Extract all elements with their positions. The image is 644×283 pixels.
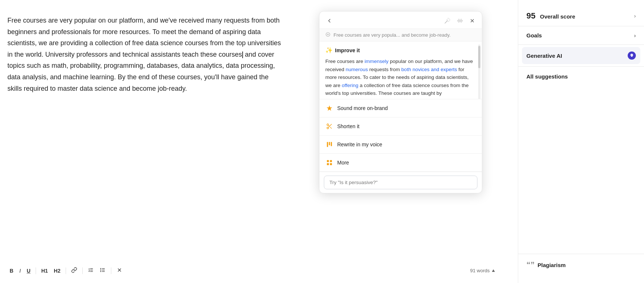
toolbar-divider-1	[36, 267, 36, 274]
bold-button[interactable]: B	[7, 266, 16, 275]
svg-rect-34	[330, 163, 332, 165]
header-icons	[443, 17, 476, 25]
svg-point-8	[101, 271, 101, 272]
toolbar-divider-4	[111, 267, 111, 274]
svg-point-23	[327, 124, 329, 126]
plagiarism-icon: “”	[526, 260, 535, 270]
svg-point-6	[101, 268, 101, 269]
grid-icon	[326, 159, 333, 166]
shorten-label: Shorten it	[337, 123, 359, 129]
unordered-list-button[interactable]	[98, 266, 108, 276]
more-icon	[325, 159, 334, 167]
selected-text-bar: Free courses are very popula... and beco…	[319, 29, 482, 41]
action-rewrite-in-my-voice[interactable]: Rewrite in my voice	[319, 136, 482, 154]
toolbar-divider-2	[66, 267, 66, 274]
italic-button[interactable]: I	[17, 266, 23, 275]
message-icon	[325, 32, 331, 37]
score-number: 95	[526, 11, 535, 21]
sparkle-action-icon	[326, 105, 333, 111]
plagiarism-label: Plagiarism	[538, 262, 566, 268]
action-shorten-it[interactable]: Shorten it	[319, 117, 482, 136]
editor-text-1: Free courses are very popular on our pla…	[7, 17, 281, 58]
improved-highlight-1: immensely	[365, 59, 389, 64]
all-suggestions-row[interactable]: All suggestions	[518, 68, 644, 85]
svg-point-7	[101, 270, 101, 270]
h1-button[interactable]: H1	[39, 266, 50, 275]
back-button[interactable]	[325, 17, 334, 25]
rewrite-label: Rewrite in my voice	[337, 142, 382, 147]
svg-marker-11	[492, 269, 495, 272]
audio-button[interactable]	[456, 17, 464, 25]
close-icon	[469, 18, 475, 24]
ai-popup: Free courses are very popula... and beco…	[319, 11, 482, 193]
plagiarism-row[interactable]: “” Plagiarism	[518, 254, 644, 276]
svg-rect-30	[331, 142, 332, 146]
underline-button[interactable]: U	[24, 266, 33, 275]
improve-it-label: Improve it	[335, 47, 360, 53]
sidebar-divider-2	[518, 44, 644, 45]
svg-rect-33	[327, 163, 329, 165]
goals-chevron: ›	[634, 33, 636, 39]
shorten-icon	[325, 122, 334, 130]
prompt-input[interactable]	[324, 176, 477, 189]
word-count-text: 91 words	[470, 268, 490, 273]
audio-icon	[457, 17, 463, 24]
svg-rect-32	[330, 160, 332, 162]
wand-button[interactable]	[443, 17, 451, 25]
overall-score-chevron: ›	[634, 13, 636, 19]
svg-line-27	[328, 125, 329, 126]
improved-highlight-4: offering	[342, 83, 358, 88]
generative-ai-row[interactable]: Generative AI	[522, 47, 640, 64]
ai-popup-header	[319, 11, 482, 29]
overall-score-row[interactable]: 95 Overall score ›	[518, 7, 644, 24]
score-display: 95 Overall score	[526, 11, 575, 21]
word-count: 91 words	[470, 268, 496, 273]
selected-text-icon	[325, 32, 331, 38]
sparkle-icon: ✨	[325, 47, 333, 54]
generative-ai-label: Generative AI	[526, 53, 562, 59]
link-button[interactable]	[69, 266, 79, 276]
improved-highlight-2: numerous	[346, 67, 368, 72]
improved-text-p3: requests from	[368, 67, 401, 72]
sidebar-divider-3	[518, 66, 644, 67]
scissors-icon	[326, 123, 333, 130]
link-icon	[71, 267, 77, 273]
toolbar-divider-3	[82, 267, 83, 274]
back-icon	[326, 17, 333, 24]
action-more[interactable]: More	[319, 154, 482, 172]
editor-area: Free courses are very popular on our pla…	[0, 0, 518, 283]
editor-content[interactable]: Free courses are very popular on our pla…	[7, 15, 282, 94]
svg-rect-28	[327, 142, 328, 147]
robot-icon	[630, 53, 634, 58]
overall-score-label: Overall score	[540, 13, 575, 20]
h2-button[interactable]: H2	[52, 266, 63, 275]
generative-ai-badge	[628, 51, 636, 60]
improved-text: Free courses are immensely popular on ou…	[325, 57, 476, 97]
svg-point-24	[327, 127, 329, 129]
unordered-list-icon	[100, 267, 106, 273]
editor-toolbar: B I U H1 H2 91 words	[7, 266, 496, 276]
clear-format-button[interactable]	[114, 266, 125, 276]
close-button[interactable]	[469, 17, 476, 24]
svg-rect-29	[329, 142, 330, 145]
prompt-area	[319, 172, 482, 193]
all-suggestions-label: All suggestions	[526, 73, 568, 80]
action-sound-more-on-brand[interactable]: Sound more on-brand	[319, 99, 482, 117]
selected-text-content: Free courses are very popula... and beco…	[334, 32, 451, 38]
sound-on-brand-label: Sound more on-brand	[337, 105, 388, 111]
actions-list: Sound more on-brand Shorten it	[319, 99, 482, 172]
wand-icon	[444, 17, 451, 24]
improve-title: ✨ Improve it	[325, 47, 476, 54]
word-count-icon	[491, 269, 496, 273]
more-label: More	[337, 160, 349, 166]
ordered-list-button[interactable]	[86, 266, 96, 276]
clear-format-icon	[116, 267, 122, 273]
improved-text-area: ✨ Improve it Free courses are immensely …	[319, 41, 482, 99]
goals-label: Goals	[526, 32, 542, 39]
sidebar-divider-1	[518, 26, 644, 26]
svg-rect-31	[327, 160, 329, 162]
sound-on-brand-icon	[325, 104, 334, 112]
ordered-list-icon	[88, 267, 94, 273]
improved-text-p1: Free courses are	[325, 59, 365, 64]
goals-row[interactable]: Goals ›	[518, 28, 644, 43]
